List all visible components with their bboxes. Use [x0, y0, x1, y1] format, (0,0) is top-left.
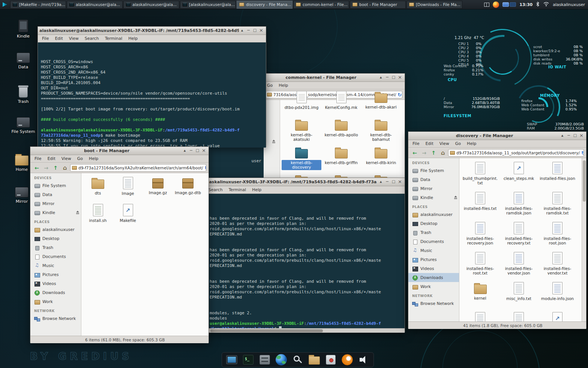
file-item[interactable]: installed-files-ramdisk.txt: [538, 191, 577, 221]
file-item[interactable]: installed-files-vendor.txt: [538, 251, 577, 281]
background-terminal-window[interactable]: user: [209, 145, 264, 179]
file-item[interactable]: kernel-dtb-bahamut: [361, 118, 401, 146]
shade-button[interactable]: [559, 132, 566, 140]
menu-item[interactable]: View: [436, 141, 452, 146]
vertical-scrollbar[interactable]: [582, 158, 586, 321]
sidebar-item[interactable]: Mirror: [408, 184, 459, 193]
firefox-icon[interactable]: [493, 2, 499, 8]
menu-item[interactable]: Edit: [52, 36, 66, 41]
taskbar-button[interactable]: [alaskalinuxuser@ala...: [180, 1, 236, 9]
home-button[interactable]: [61, 164, 69, 172]
dock-item[interactable]: [308, 354, 320, 366]
menu-item[interactable]: View: [58, 156, 74, 161]
file-item[interactable]: clean_steps.mk: [500, 161, 538, 191]
minimize-button[interactable]: [384, 74, 390, 81]
sidebar-item[interactable]: Desktop: [408, 219, 459, 228]
sidebar-item[interactable]: Data: [408, 175, 459, 184]
titlebar[interactable]: alaskalinuxuser@alaskalinuxuser-X9DBL-3F…: [38, 27, 266, 35]
menu-item[interactable]: Help: [249, 187, 264, 192]
wifi-icon[interactable]: [543, 2, 549, 8]
close-button[interactable]: [201, 147, 207, 155]
file-item[interactable]: [500, 311, 538, 321]
taskbar-button[interactable]: [Downloads - File Ma...: [406, 1, 462, 9]
sidebar-item[interactable]: alaskalinuxuser: [408, 210, 459, 219]
sidebar-item[interactable]: Music: [408, 246, 459, 255]
dock-item[interactable]: [242, 354, 254, 366]
file-item[interactable]: Image: [113, 176, 143, 203]
desktop-icon[interactable]: Trash: [9, 85, 38, 104]
bluetooth-icon[interactable]: [536, 2, 540, 8]
menu-item[interactable]: Help: [276, 83, 291, 88]
sidebar-item[interactable]: Data: [30, 190, 81, 199]
eject-icon[interactable]: [454, 196, 458, 199]
taskbar-button[interactable]: discovery - File Mana...: [237, 1, 292, 9]
desktop-icon[interactable]: File System: [9, 117, 38, 134]
dock-item[interactable]: [358, 354, 370, 366]
menu-item[interactable]: Search: [82, 36, 102, 41]
taskbar-button[interactable]: [Makefile - /mnt/719a...: [10, 1, 66, 9]
file-item[interactable]: misc_info.txt: [500, 281, 538, 311]
desktop-icon[interactable]: Data: [9, 53, 38, 69]
window-layout-icon[interactable]: [484, 3, 489, 7]
sidebar-item[interactable]: Kindle: [408, 193, 459, 202]
back-button[interactable]: [33, 164, 41, 172]
titlebar[interactable]: common-kernel - File Manager: [263, 74, 405, 82]
clock[interactable]: 13:30: [519, 2, 532, 7]
dock-item[interactable]: [292, 354, 304, 366]
taskbar-button[interactable]: common-kernel - File...: [293, 1, 349, 9]
file-item[interactable]: installed-files.txt: [461, 191, 500, 221]
path-bar[interactable]: d9-f73a127316da/aosp_11_sodp/out/target/…: [448, 149, 584, 157]
menu-item[interactable]: Terminal: [226, 187, 249, 192]
maximize-button[interactable]: [572, 132, 578, 140]
menu-item[interactable]: Terminal: [102, 36, 126, 41]
workspace-2[interactable]: [510, 2, 516, 7]
eject-icon[interactable]: [76, 211, 80, 214]
sidebar-item[interactable]: Trash: [30, 243, 81, 252]
sidebar-item[interactable]: Desktop: [30, 234, 81, 243]
file-item[interactable]: installed-files-recovery.json: [461, 221, 500, 251]
up-button[interactable]: [429, 149, 438, 157]
menu-item[interactable]: Help: [464, 141, 479, 146]
applications-menu-icon[interactable]: [0, 0, 10, 9]
file-item[interactable]: installed-files-recovery.txt: [500, 221, 538, 251]
sidebar-item[interactable]: Mirror: [30, 199, 81, 208]
menu-item[interactable]: File: [39, 36, 52, 41]
taskbar-button[interactable]: alaskalinuxuser@ala...: [67, 1, 123, 9]
menu-item[interactable]: File: [410, 141, 422, 146]
minimize-button[interactable]: [245, 27, 252, 35]
sidebar-item[interactable]: Documents: [408, 237, 459, 246]
workspace-pager[interactable]: [502, 2, 516, 7]
file-item[interactable]: installed-files-ramdisk.json: [500, 191, 538, 221]
file-item[interactable]: dtbo-pdx201.img: [282, 90, 321, 118]
terminal-output[interactable]: HOST_CROSS_OS=windowsHOST_CROSS_ARCH=x86…: [38, 42, 266, 148]
dock-item[interactable]: [259, 354, 271, 366]
shade-button[interactable]: [378, 74, 384, 81]
sidebar-item[interactable]: File System: [408, 166, 459, 175]
maximize-button[interactable]: [390, 74, 397, 81]
file-item[interactable]: install.sh: [83, 203, 113, 230]
dock-item[interactable]: [341, 354, 353, 366]
scrollbar-thumb[interactable]: [210, 329, 323, 332]
dock-item[interactable]: [226, 354, 238, 366]
shade-button[interactable]: [239, 27, 245, 35]
maximize-button[interactable]: [252, 27, 258, 35]
menu-item[interactable]: File: [32, 156, 44, 161]
sidebar-item[interactable]: Videos: [408, 264, 459, 273]
close-button[interactable]: [258, 27, 264, 35]
forward-button[interactable]: [42, 164, 50, 172]
file-item[interactable]: kernel-dtb-akatsuki: [282, 118, 321, 146]
file-item[interactable]: Image.gz-dtb: [173, 176, 203, 203]
scrollbar-thumb[interactable]: [583, 160, 586, 202]
close-button[interactable]: [397, 74, 403, 81]
home-button[interactable]: [439, 149, 447, 157]
eject-icon[interactable]: [272, 140, 276, 143]
titlebar[interactable]: discovery - File Manager: [408, 132, 586, 140]
shade-button[interactable]: [182, 147, 188, 155]
file-item[interactable]: kernel-dtb-akari: [361, 90, 401, 118]
file-item[interactable]: Makefile: [113, 203, 143, 230]
file-item[interactable]: Image.gz: [143, 176, 173, 203]
file-item[interactable]: kernel: [461, 281, 500, 311]
taskbar-button[interactable]: boot - File Manager: [350, 1, 406, 9]
close-button[interactable]: [397, 178, 403, 186]
dock-item[interactable]: [275, 354, 287, 366]
